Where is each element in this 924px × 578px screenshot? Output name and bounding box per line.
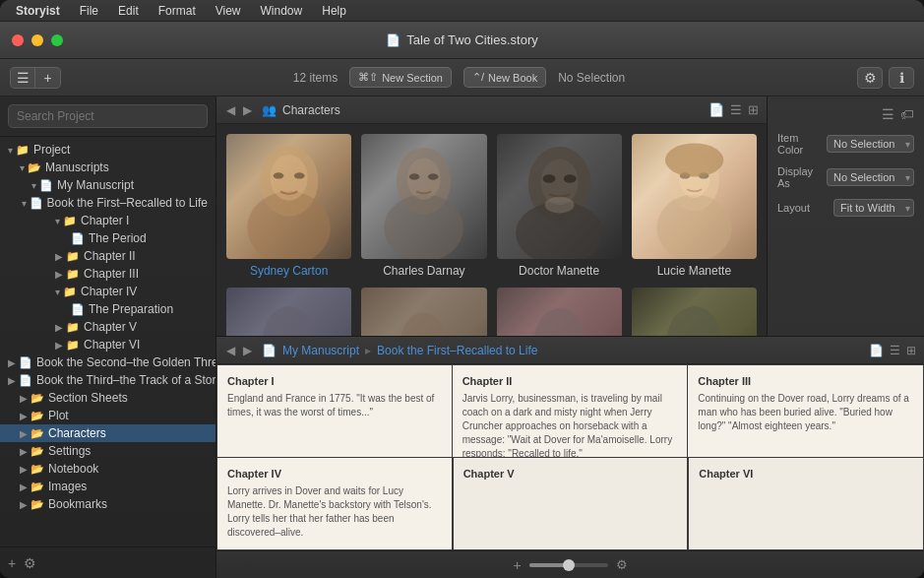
menu-help[interactable]: Help	[314, 2, 354, 20]
item-color-select-wrap: No Selection	[827, 135, 914, 153]
inspector-list-icon[interactable]: ☰	[882, 106, 894, 122]
sidebar-item-ch3[interactable]: ▶ 📁 Chapter III	[0, 265, 216, 283]
svg-point-27	[534, 308, 585, 336]
sidebar-item-characters[interactable]: ▶ 📂 Characters	[0, 424, 216, 442]
ms-breadcrumb-book-first[interactable]: Book the First–Recalled to Life	[377, 344, 537, 357]
bookmarks-icon: 📂	[31, 498, 44, 511]
chapter-card-6[interactable]: Chapter VI	[688, 458, 924, 550]
character-card-6[interactable]	[361, 288, 486, 336]
sidebar-item-section-sheets[interactable]: ▶ 📂 Section Sheets	[0, 389, 216, 407]
character-card-doctor[interactable]: Doctor Manette	[497, 134, 622, 278]
book-third-icon: 📄	[19, 374, 32, 387]
chapter-card-3[interactable]: Chapter III Continuing on the Dover road…	[688, 364, 924, 458]
menu-edit[interactable]: Edit	[110, 2, 147, 20]
add-item-button[interactable]: +	[35, 67, 61, 89]
menu-view[interactable]: View	[208, 2, 249, 20]
chapter-card-1[interactable]: Chapter I England and France in 1775. "I…	[216, 364, 453, 458]
chapter-5-title: Chapter V	[463, 468, 678, 480]
sidebar-item-ch6[interactable]: ▶ 📁 Chapter VI	[0, 336, 216, 353]
minimize-button[interactable]	[31, 34, 43, 46]
character-photo-5	[226, 288, 351, 336]
maximize-button[interactable]	[51, 34, 63, 46]
svg-point-25	[401, 313, 448, 336]
book-second-icon: 📄	[19, 356, 32, 369]
menu-format[interactable]: Format	[151, 2, 204, 20]
layout-select[interactable]: Fit to Width	[833, 199, 914, 217]
tree-arrow-manuscripts: ▾	[20, 162, 25, 173]
character-photo-6	[361, 288, 486, 336]
chapter-3-text: Continuing on the Dover road, Lorry drea…	[698, 392, 913, 433]
sidebar-item-book-second[interactable]: ▶ 📄 Book the Second–the Golden Thread	[0, 353, 216, 371]
sidebar-item-book-first[interactable]: ▾ 📄 Book the First–Recalled to Life	[0, 194, 216, 212]
character-card-7[interactable]	[497, 288, 622, 336]
svg-point-9	[409, 173, 420, 179]
sidebar-item-plot[interactable]: ▶ 📂 Plot	[0, 407, 216, 424]
characters-icon: 📂	[31, 427, 44, 440]
svg-point-14	[542, 174, 555, 182]
ms-list-view-button[interactable]: ☰	[890, 344, 900, 357]
inspector-toggle-button[interactable]: ℹ	[889, 67, 914, 89]
title-bar: 📄 Tale of Two Cities.story	[0, 22, 924, 59]
svg-point-4	[274, 172, 284, 178]
inspector-info-icon[interactable]: 🏷	[900, 106, 914, 122]
character-photo-8	[632, 288, 757, 336]
sidebar-item-book-third[interactable]: ▶ 📄 Book the Third–the Track of a Storm	[0, 371, 216, 389]
sidebar-item-ch4[interactable]: ▾ 📁 Chapter IV	[0, 283, 216, 300]
chapter-card-2[interactable]: Chapter II Jarvis Lorry, businessman, is…	[453, 364, 689, 458]
item-color-select[interactable]: No Selection	[827, 135, 914, 153]
characters-grid: Sydney Carton	[216, 124, 767, 336]
sidebar-item-bookmarks[interactable]: ▶ 📂 Bookmarks	[0, 495, 216, 513]
nav-forward-button[interactable]: ▶	[241, 103, 254, 117]
sidebar-item-project[interactable]: ▾ 📁 Project	[0, 141, 216, 159]
search-input[interactable]	[8, 104, 208, 128]
settings-footer-button[interactable]: ⚙	[24, 555, 36, 571]
menu-window[interactable]: Window	[253, 2, 311, 20]
character-card-charles[interactable]: Charles Darnay	[361, 134, 486, 278]
ms-grid-view-button[interactable]: ⊞	[906, 344, 916, 357]
sidebar-item-settings[interactable]: ▶ 📂 Settings	[0, 442, 216, 460]
menu-storyist[interactable]: Storyist	[8, 2, 68, 20]
sidebar-item-ch5[interactable]: ▶ 📁 Chapter V	[0, 318, 216, 336]
menu-file[interactable]: File	[72, 2, 106, 20]
ms-nav-back-button[interactable]: ◀	[224, 344, 237, 357]
sidebar-item-my-manuscript[interactable]: ▾ 📄 My Manuscript	[0, 176, 216, 194]
sidebar-toggle-button[interactable]: ☰	[10, 67, 35, 89]
new-document-button[interactable]: 📄	[708, 102, 724, 117]
ch3-icon: 📁	[66, 268, 80, 281]
sidebar-item-images[interactable]: ▶ 📂 Images	[0, 478, 216, 495]
sidebar-item-ch1[interactable]: ▾ 📁 Chapter I	[0, 212, 216, 229]
chapter-card-5[interactable]: Chapter V	[453, 458, 689, 550]
sections-icon: 📂	[31, 392, 44, 405]
zoom-slider-track[interactable]	[529, 563, 608, 567]
new-book-button[interactable]: ⌃/ New Book	[463, 67, 546, 88]
manuscript-doc-icon: 📄	[39, 179, 53, 192]
sidebar-item-the-period[interactable]: 📄 The Period	[0, 229, 216, 247]
inspector-settings-button[interactable]: ⚙	[857, 67, 883, 89]
ms-nav-forward-button[interactable]: ▶	[241, 344, 254, 357]
character-card-sydney[interactable]: Sydney Carton	[226, 134, 351, 278]
ch2-icon: 📁	[66, 250, 80, 263]
zoom-slider-thumb[interactable]	[563, 559, 575, 571]
list-view-button[interactable]: ☰	[730, 102, 742, 117]
character-card-lucie[interactable]: Lucie Manette	[632, 134, 757, 278]
svg-point-5	[294, 172, 305, 178]
svg-point-22	[665, 144, 723, 177]
grid-view-button[interactable]: ⊞	[748, 102, 759, 117]
zoom-settings-icon[interactable]: ⚙	[616, 557, 628, 572]
sidebar-item-manuscripts[interactable]: ▾ 📂 Manuscripts	[0, 159, 216, 176]
character-name-sydney: Sydney Carton	[250, 264, 328, 278]
sidebar-item-the-preparation[interactable]: 📄 The Preparation	[0, 300, 216, 318]
zoom-add-button[interactable]: +	[513, 557, 521, 573]
add-item-footer-button[interactable]: +	[8, 555, 16, 571]
character-card-8[interactable]	[632, 288, 757, 336]
nav-back-button[interactable]: ◀	[224, 103, 237, 117]
close-button[interactable]	[12, 34, 24, 46]
ms-breadcrumb-my-manuscript[interactable]: My Manuscript	[282, 344, 359, 357]
display-as-select[interactable]: No Selection	[827, 168, 914, 186]
chapter-card-4[interactable]: Chapter IV Lorry arrives in Dover and wa…	[216, 458, 453, 550]
character-card-5[interactable]	[226, 288, 351, 336]
sidebar-item-notebook[interactable]: ▶ 📂 Notebook	[0, 460, 216, 478]
ms-new-doc-button[interactable]: 📄	[869, 344, 884, 357]
new-section-button[interactable]: ⌘⇧ New Section	[349, 67, 452, 88]
sidebar-item-ch2[interactable]: ▶ 📁 Chapter II	[0, 247, 216, 265]
